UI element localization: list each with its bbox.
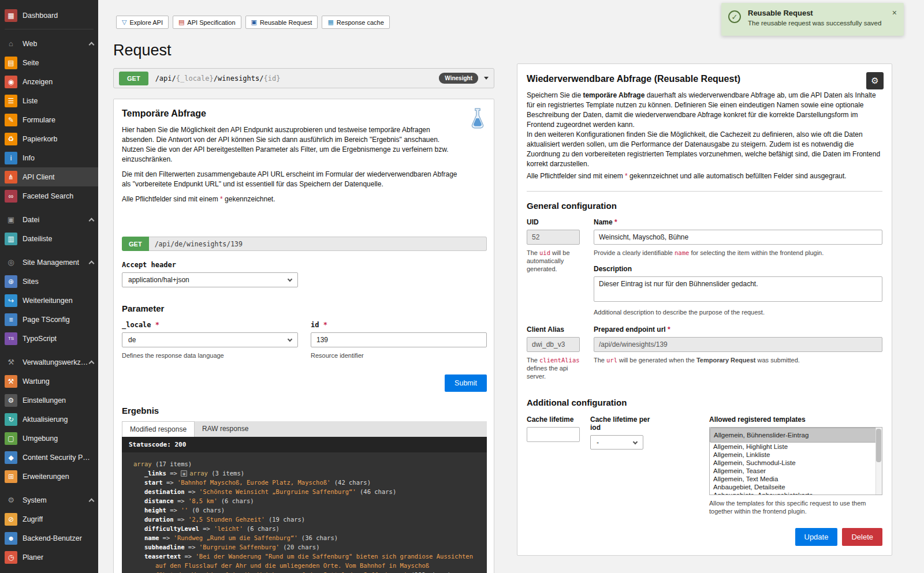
tsconfig-icon: ≡ bbox=[5, 313, 17, 326]
listbox-scrollbar[interactable] bbox=[875, 428, 882, 495]
sidebar-item-label: Dateiliste bbox=[23, 235, 52, 243]
sidebar-item-papierkorb[interactable]: ♻Papierkorb bbox=[0, 129, 98, 148]
update-button[interactable]: Update bbox=[795, 528, 838, 546]
template-option[interactable]: Anbaugebiete, Anbaugebietskarte bbox=[710, 491, 875, 495]
endpoint-tag-badge: Winesight bbox=[439, 73, 478, 84]
sidebar-item-label: Seite bbox=[23, 59, 39, 67]
debug-line: duration => '2,5 Stunden Gehzeit' (19 ch… bbox=[122, 515, 483, 524]
tab-label: Response cache bbox=[337, 19, 384, 26]
template-option[interactable]: Allgemein, Teaser bbox=[710, 467, 875, 475]
sidebar-item-formulare[interactable]: ✎Formulare bbox=[0, 110, 98, 129]
settings-gear-button[interactable]: ⚙ bbox=[866, 72, 884, 89]
sidebar-item-label: Planer bbox=[23, 553, 43, 561]
delete-button[interactable]: Delete bbox=[842, 528, 882, 546]
sidebar-item-api-client[interactable]: ⋔API Client bbox=[0, 167, 98, 186]
general-config-heading: General configuration bbox=[527, 201, 882, 211]
tab-response-cache[interactable]: ▦Response cache bbox=[322, 16, 389, 29]
sidebar-item-label: Sites bbox=[23, 278, 39, 286]
locale-label: _locale * bbox=[122, 321, 298, 329]
sidebar-item-planer[interactable]: ◷Planer bbox=[0, 548, 98, 567]
client-alias-help: The clientAlias defines the api server. bbox=[527, 356, 580, 380]
sidebar-section-site-management[interactable]: ◎Site Management bbox=[0, 253, 98, 272]
top-tabbar: ▽Explore API▤API Specification▣Reusable … bbox=[116, 16, 390, 29]
sidebar-item-faceted-search[interactable]: ∞Faceted Search bbox=[0, 186, 98, 205]
sidebar-item-dateiliste[interactable]: ▥Dateiliste bbox=[0, 229, 98, 248]
sidebar-item-weiterleitungen[interactable]: ↪Weiterleitungen bbox=[0, 291, 98, 310]
flask-tab-icon: ▽ bbox=[122, 19, 126, 25]
sidebar-item-umgebung[interactable]: ▢Umgebung bbox=[0, 429, 98, 448]
sidebar-item-content-security-policy[interactable]: ◆Content Security Policy bbox=[0, 448, 98, 467]
templates-listbox[interactable]: Allgemein, Bühnenslider-EintragAllgemein… bbox=[709, 427, 882, 495]
sidebar-item-label: Umgebung bbox=[23, 435, 58, 443]
debug-line: subheadline => 'Burgruine Saffenburg' (2… bbox=[122, 542, 483, 552]
template-option[interactable]: Allgemein, Highlight Liste bbox=[710, 443, 875, 451]
uid-input bbox=[527, 230, 580, 245]
sidebar-item-einstellungen[interactable]: ⚙Einstellungen bbox=[0, 391, 98, 410]
statuscode-bar: Statuscode: 200 bbox=[122, 437, 487, 452]
sidebar-item-dashboard[interactable]: ▦Dashboard bbox=[0, 6, 98, 25]
tab-reusable-request[interactable]: ▣Reusable Request bbox=[245, 16, 318, 29]
sidebar-item-page-tsconfig[interactable]: ≡Page TSconfig bbox=[0, 310, 98, 329]
debug-line: array (17 items) bbox=[122, 459, 483, 469]
recycler-icon: ♻ bbox=[5, 133, 17, 145]
template-option[interactable]: Allgemein, Linkliste bbox=[710, 451, 875, 459]
sidebar-item-sites[interactable]: ⊕Sites bbox=[0, 272, 98, 291]
sidebar-item-seite[interactable]: ▤Seite bbox=[0, 53, 98, 72]
sidebar-item-wartung[interactable]: ⚒Wartung bbox=[0, 372, 98, 391]
description-textarea[interactable]: Dieser Eintrag ist nur für den Bühnensli… bbox=[594, 276, 882, 302]
name-label: Name * bbox=[594, 218, 882, 226]
content: ▽Explore API▤API Specification▣Reusable … bbox=[98, 0, 924, 573]
sidebar-item-backend-benutzer[interactable]: ☻Backend-Benutzer bbox=[0, 529, 98, 548]
tab-explore-api[interactable]: ▽Explore API bbox=[116, 16, 169, 29]
tab-raw-response[interactable]: RAW response bbox=[195, 421, 256, 437]
tab-modified-response[interactable]: Modified response bbox=[122, 421, 195, 437]
cache-lifetime-input[interactable] bbox=[527, 427, 580, 442]
tab-api-specification[interactable]: ▤API Specification bbox=[173, 16, 241, 29]
reusable-request-icon: ▣ bbox=[251, 19, 257, 25]
endpoint-caret-icon[interactable] bbox=[484, 77, 489, 80]
cache-lifetime-period-select[interactable]: - bbox=[590, 435, 643, 450]
sidebar-section-system[interactable]: ⚙System bbox=[0, 490, 98, 510]
debug-line: _links => +array (3 items) bbox=[122, 469, 483, 478]
admin-tools-section-icon: ⚒ bbox=[5, 356, 17, 369]
sidebar-item-typoscript[interactable]: TSTypoScript bbox=[0, 329, 98, 348]
template-option[interactable]: Allgemein, Text Media bbox=[710, 475, 875, 483]
sidebar-item-liste[interactable]: ☰Liste bbox=[0, 91, 98, 110]
template-option[interactable]: Anbaugebiet, Detailseite bbox=[710, 483, 875, 491]
accept-header-select[interactable]: application/hal+json bbox=[122, 272, 298, 287]
resolved-endpoint-bar: GET /api/de/winesights/139 bbox=[122, 237, 487, 251]
general-config-row-2: Client Alias The clientAlias defines the… bbox=[527, 325, 882, 380]
sidebar-item-label: Dashboard bbox=[23, 12, 58, 20]
sidebar-item-aktualisierung[interactable]: ↻Aktualisierung bbox=[0, 410, 98, 429]
expand-toggle-icon[interactable]: + bbox=[181, 470, 187, 477]
reusable-paragraph: In den weiteren Konfigurationen finden S… bbox=[527, 130, 882, 169]
sidebar-item-erweiterungen[interactable]: ⊞Erweiterungen bbox=[0, 467, 98, 486]
id-input[interactable] bbox=[311, 332, 487, 347]
general-config-row-1: UID The uid will be automatically genera… bbox=[527, 218, 882, 316]
endpoint-bar[interactable]: GET /api/{_locale}/winesights/{id} Wines… bbox=[113, 68, 494, 88]
sidebar-item-info[interactable]: iInfo bbox=[0, 148, 98, 167]
template-option[interactable]: Allgemein, Suchmodul-Liste bbox=[710, 459, 875, 467]
cache-lifetime-period-group: Cache lifetime per iod - bbox=[590, 415, 655, 515]
eye-icon: ◉ bbox=[5, 76, 17, 88]
listbox-scrollbar-thumb[interactable] bbox=[876, 429, 881, 462]
toast-close-icon[interactable]: × bbox=[891, 9, 898, 17]
locale-select[interactable]: de bbox=[122, 332, 298, 347]
sidebar-section-web[interactable]: ⌂Web bbox=[0, 34, 98, 53]
user-icon: ☻ bbox=[5, 532, 17, 545]
tab-label: Reusable Request bbox=[260, 19, 312, 26]
submit-button[interactable]: Submit bbox=[445, 374, 487, 392]
name-field-group: Name * Provide a clearly identifiable na… bbox=[594, 218, 882, 316]
reusable-request-panel: ⚙ Wiederverwendbare Abfrage (Reusable Re… bbox=[517, 63, 892, 556]
sidebar-item-anzeigen[interactable]: ◉Anzeigen bbox=[0, 72, 98, 91]
sidebar-section-verwaltungswerkze[interactable]: ⚒Verwaltungswerkze... bbox=[0, 353, 98, 372]
prepared-url-input bbox=[594, 337, 882, 352]
uid-help: The uid will be automatically generated. bbox=[527, 249, 580, 273]
name-input[interactable] bbox=[594, 230, 882, 245]
sidebar-section-datei[interactable]: ▣Datei bbox=[0, 210, 98, 229]
template-option[interactable]: Allgemein, Bühnenslider-Eintrag bbox=[710, 428, 882, 443]
debug-line: führt der Weg hinauf in die Weinberge au… bbox=[122, 570, 483, 573]
sidebar-item-zugriff[interactable]: ⊘Zugriff bbox=[0, 510, 98, 529]
client-alias-input bbox=[527, 337, 580, 352]
locale-param: _locale * de Defines the response data l… bbox=[122, 321, 298, 359]
